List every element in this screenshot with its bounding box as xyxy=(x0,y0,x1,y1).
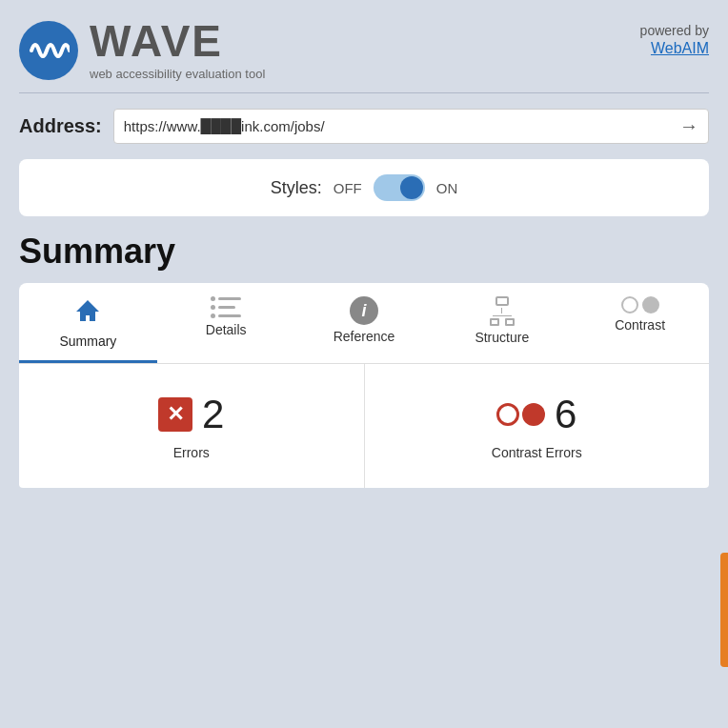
webaim-link[interactable]: WebAIM xyxy=(640,40,709,57)
tab-summary-label: Summary xyxy=(59,334,116,349)
tab-contrast[interactable]: Contrast xyxy=(571,283,709,363)
summary-heading: Summary xyxy=(0,232,728,283)
logo-section: WAVE web accessibility evaluation tool xyxy=(19,19,265,81)
tab-structure[interactable]: Structure xyxy=(433,283,571,363)
tab-content: ✕ 2 Errors 6 Contrast Errors xyxy=(19,364,709,488)
tab-reference-label: Reference xyxy=(334,329,395,344)
tab-summary[interactable]: Summary xyxy=(19,283,157,363)
address-go-button[interactable]: → xyxy=(679,115,698,137)
tabs-row: Summary Details i Reference xyxy=(19,283,709,364)
tab-contrast-label: Contrast xyxy=(615,317,665,333)
details-icon xyxy=(211,296,241,318)
errors-count: 2 xyxy=(202,392,224,437)
header: WAVE web accessibility evaluation tool p… xyxy=(0,0,728,92)
contrast-icon xyxy=(621,296,659,313)
address-input-wrapper: → xyxy=(113,109,709,144)
side-accent-bar xyxy=(720,553,728,667)
powered-by-text: powered by xyxy=(640,23,709,38)
styles-label: Styles: xyxy=(271,178,322,198)
home-icon xyxy=(74,296,101,330)
tab-details-label: Details xyxy=(206,322,247,337)
errors-section: ✕ 2 Errors xyxy=(19,364,365,488)
logo-title: WAVE xyxy=(90,19,265,63)
styles-off-label: OFF xyxy=(334,180,362,196)
styles-section: Styles: OFF ON xyxy=(19,159,709,216)
contrast-errors-icon xyxy=(496,403,545,426)
errors-metric-row: ✕ 2 xyxy=(158,392,224,437)
logo-subtitle: web accessibility evaluation tool xyxy=(90,67,265,81)
contrast-errors-label: Contrast Errors xyxy=(492,445,582,460)
address-input[interactable] xyxy=(124,118,674,134)
logo-text: WAVE web accessibility evaluation tool xyxy=(90,19,265,81)
contrast-errors-metric-row: 6 xyxy=(496,392,576,437)
styles-on-label: ON xyxy=(436,180,458,196)
styles-toggle[interactable] xyxy=(374,174,425,201)
tabs-container: Summary Details i Reference xyxy=(19,283,709,364)
reference-icon: i xyxy=(350,296,378,325)
tab-details[interactable]: Details xyxy=(157,283,295,363)
errors-label: Errors xyxy=(173,445,210,460)
address-label: Address: xyxy=(19,115,102,137)
error-icon: ✕ xyxy=(158,397,192,432)
powered-by-section: powered by WebAIM xyxy=(640,23,709,57)
tab-reference[interactable]: i Reference xyxy=(295,283,434,363)
tab-structure-label: Structure xyxy=(475,330,529,345)
structure-icon xyxy=(490,296,515,326)
contrast-errors-count: 6 xyxy=(555,392,576,437)
contrast-errors-section: 6 Contrast Errors xyxy=(365,364,710,488)
wave-logo-icon xyxy=(19,21,78,80)
address-section: Address: → xyxy=(0,93,728,159)
